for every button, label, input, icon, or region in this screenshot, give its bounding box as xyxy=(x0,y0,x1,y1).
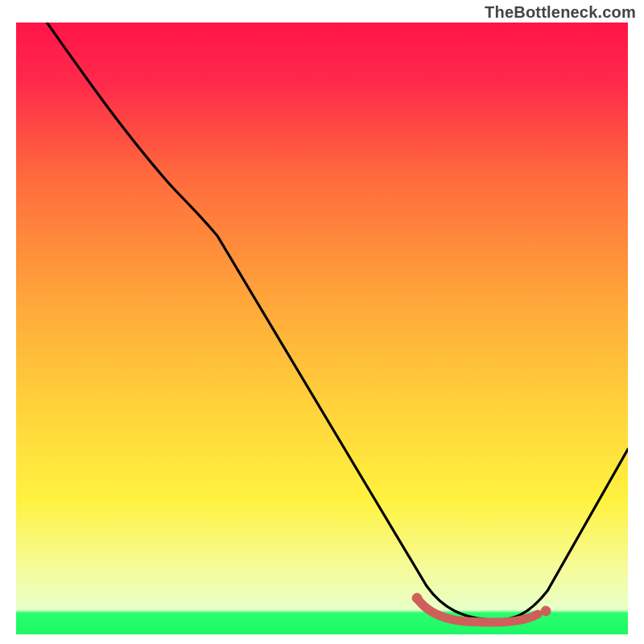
svg-point-1 xyxy=(412,593,422,603)
curve-layer xyxy=(16,23,628,634)
chart-container: TheBottleneck.com xyxy=(0,0,644,644)
bottleneck-curve xyxy=(24,23,628,620)
svg-point-2 xyxy=(541,606,551,616)
watermark-text: TheBottleneck.com xyxy=(485,3,636,22)
plot-area xyxy=(16,23,628,634)
